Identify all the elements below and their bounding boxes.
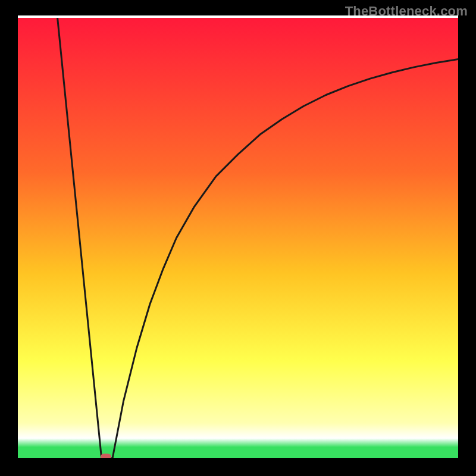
chart-plot-area	[18, 18, 458, 458]
watermark-text: TheBottleneck.com	[345, 4, 468, 19]
chart-svg	[18, 18, 458, 458]
chart-gradient-background	[18, 18, 458, 458]
optimal-point-marker	[101, 454, 111, 459]
